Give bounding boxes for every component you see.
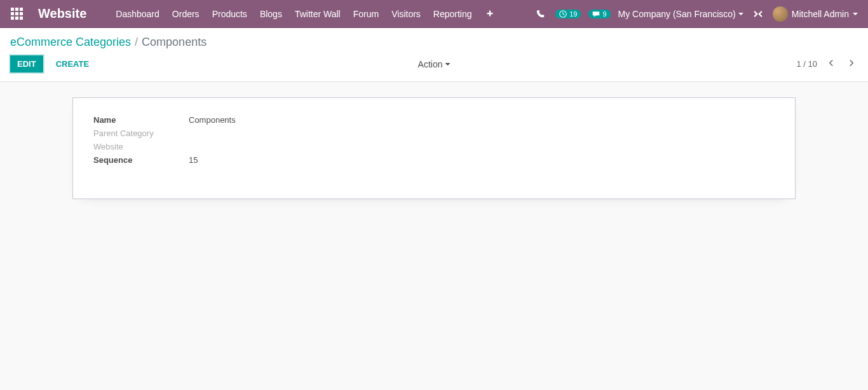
app-brand[interactable]: Website <box>38 6 86 21</box>
breadcrumb: eCommerce Categories / Components <box>0 28 868 49</box>
nav-dashboard[interactable]: Dashboard <box>109 0 166 28</box>
user-menu[interactable]: Mitchell Admin <box>773 6 863 22</box>
company-switcher[interactable]: My Company (San Francisco) <box>618 9 743 19</box>
breadcrumb-parent[interactable]: eCommerce Categories <box>10 36 131 49</box>
actions-row: EDIT CREATE Action 1 / 10 <box>0 49 868 81</box>
avatar <box>773 6 788 22</box>
debug-icon[interactable] <box>751 10 765 18</box>
nav-orders[interactable]: Orders <box>166 0 206 28</box>
messages-count: 9 <box>602 10 606 18</box>
apps-grid-icon <box>11 8 23 20</box>
form-table: Name Components Parent Category Website … <box>93 113 434 167</box>
field-sequence: Sequence 15 <box>93 153 434 167</box>
form-sheet: Name Components Parent Category Website … <box>72 97 796 199</box>
nav-add-icon[interactable] <box>478 0 501 28</box>
main-navbar: Website Dashboard Orders Products Blogs … <box>0 0 868 28</box>
nav-reporting[interactable]: Reporting <box>427 0 478 28</box>
apps-menu-icon[interactable] <box>5 8 28 20</box>
field-parent-category: Parent Category <box>93 127 434 140</box>
nav-right: 19 9 My Company (San Francisco) Mitchell… <box>534 6 863 22</box>
edit-button[interactable]: EDIT <box>10 55 43 73</box>
action-dropdown[interactable]: Action <box>418 59 451 69</box>
messages-badge[interactable]: 9 <box>588 10 610 18</box>
pager-text[interactable]: 1 / 10 <box>796 59 817 69</box>
phone-icon[interactable] <box>534 10 548 18</box>
action-label: Action <box>418 59 443 69</box>
form-container: Name Components Parent Category Website … <box>0 82 868 214</box>
pager-prev[interactable] <box>825 57 837 71</box>
activities-badge[interactable]: 19 <box>555 10 581 18</box>
nav-menu: Dashboard Orders Products Blogs Twitter … <box>109 0 501 28</box>
company-name: My Company (San Francisco) <box>618 9 736 19</box>
nav-products[interactable]: Products <box>206 0 254 28</box>
caret-down-icon <box>738 13 743 15</box>
field-website: Website <box>93 140 434 153</box>
pager-next[interactable] <box>845 57 858 71</box>
user-name: Mitchell Admin <box>792 9 849 19</box>
label-website: Website <box>93 142 189 151</box>
pager: 1 / 10 <box>796 57 858 71</box>
label-parent-category: Parent Category <box>93 129 189 138</box>
label-name: Name <box>93 115 189 125</box>
field-name: Name Components <box>93 113 434 127</box>
nav-blogs[interactable]: Blogs <box>254 0 288 28</box>
caret-down-icon <box>445 63 450 66</box>
breadcrumb-current: Components <box>142 36 207 49</box>
value-sequence: 15 <box>189 155 198 165</box>
create-button[interactable]: CREATE <box>48 56 97 72</box>
control-panel: eCommerce Categories / Components EDIT C… <box>0 28 868 82</box>
breadcrumb-separator: / <box>135 36 138 49</box>
caret-down-icon <box>853 13 858 15</box>
value-name: Components <box>189 115 236 125</box>
activities-count: 19 <box>569 10 577 18</box>
nav-forum[interactable]: Forum <box>347 0 385 28</box>
nav-twitter-wall[interactable]: Twitter Wall <box>288 0 347 28</box>
nav-visitors[interactable]: Visitors <box>385 0 427 28</box>
label-sequence: Sequence <box>93 155 189 165</box>
